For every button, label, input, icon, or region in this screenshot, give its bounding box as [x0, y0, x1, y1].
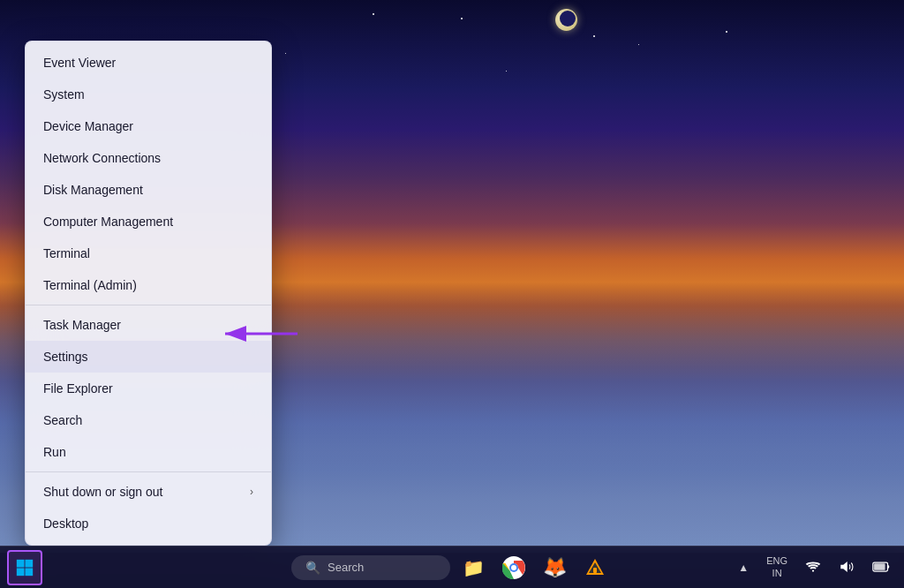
firefox-icon: 🦊	[543, 556, 567, 579]
tray-battery[interactable]	[865, 555, 897, 580]
svg-point-9	[511, 565, 516, 570]
menu-item-disk-management[interactable]: Disk Management	[26, 174, 271, 206]
star	[285, 53, 286, 54]
volume-icon	[839, 559, 855, 577]
tray-wifi[interactable]	[798, 555, 828, 580]
star	[506, 71, 507, 72]
menu-item-settings[interactable]: Settings	[26, 341, 271, 373]
menu-item-file-explorer[interactable]: File Explorer	[26, 373, 271, 404]
language-label: ENGIN	[766, 555, 787, 578]
taskbar-app-file-explorer[interactable]: 📁	[456, 550, 491, 585]
menu-item-task-manager[interactable]: Task Manager	[26, 309, 271, 341]
taskbar-search-bar[interactable]: 🔍 Search	[291, 555, 450, 580]
menu-divider-1	[26, 305, 271, 305]
svg-rect-3	[25, 559, 33, 567]
tray-volume[interactable]	[832, 555, 862, 580]
taskbar-tray: ▲ ENGIN	[731, 552, 897, 582]
menu-item-system[interactable]: System	[26, 79, 271, 110]
start-button[interactable]	[7, 550, 42, 585]
desktop: Event Viewer System Device Manager Netwo…	[0, 0, 904, 588]
star	[593, 35, 595, 37]
star	[726, 31, 727, 33]
file-explorer-icon: 📁	[463, 557, 485, 578]
wifi-icon	[805, 559, 821, 577]
menu-item-search[interactable]: Search	[26, 404, 271, 436]
menu-item-desktop[interactable]: Desktop	[26, 508, 271, 539]
menu-item-event-viewer[interactable]: Event Viewer	[26, 47, 271, 79]
search-icon: 🔍	[305, 561, 320, 575]
search-label: Search	[328, 561, 364, 574]
svg-point-13	[812, 569, 814, 571]
taskbar-app-chrome[interactable]	[496, 550, 531, 585]
menu-item-terminal-admin[interactable]: Terminal (Admin)	[26, 269, 271, 301]
menu-item-terminal[interactable]: Terminal	[26, 237, 271, 269]
menu-item-device-manager[interactable]: Device Manager	[26, 110, 271, 142]
taskbar-left	[7, 550, 42, 585]
menu-item-network-connections[interactable]: Network Connections	[26, 142, 271, 174]
moon	[555, 9, 577, 31]
tray-language[interactable]: ENGIN	[759, 552, 795, 582]
chrome-icon	[502, 556, 525, 579]
taskbar-center: 🔍 Search 📁 🦊	[291, 550, 613, 585]
svg-rect-16	[888, 565, 890, 568]
chevron-up-icon: ▲	[738, 562, 749, 574]
svg-rect-4	[17, 568, 25, 576]
star	[638, 44, 639, 45]
star	[373, 13, 374, 15]
battery-icon	[872, 559, 890, 577]
taskbar: 🔍 Search 📁 🦊	[0, 546, 904, 588]
windows-logo-icon	[15, 558, 34, 577]
menu-item-computer-management[interactable]: Computer Management	[26, 206, 271, 237]
svg-rect-5	[25, 568, 33, 576]
menu-item-shut-down[interactable]: Shut down or sign out ›	[26, 476, 271, 508]
submenu-arrow-icon: ›	[250, 486, 253, 498]
svg-marker-14	[840, 562, 848, 572]
svg-rect-17	[874, 563, 885, 570]
menu-divider-2	[26, 471, 271, 472]
taskbar-app-firefox[interactable]: 🦊	[537, 550, 572, 585]
menu-item-run[interactable]: Run	[26, 436, 271, 468]
tray-chevron[interactable]: ▲	[731, 558, 756, 577]
taskbar-app-vlc[interactable]	[577, 550, 613, 585]
context-menu: Event Viewer System Device Manager Netwo…	[25, 41, 272, 546]
vlc-icon	[584, 557, 606, 578]
svg-rect-12	[593, 568, 597, 573]
svg-rect-2	[17, 559, 25, 567]
star	[461, 18, 463, 19]
